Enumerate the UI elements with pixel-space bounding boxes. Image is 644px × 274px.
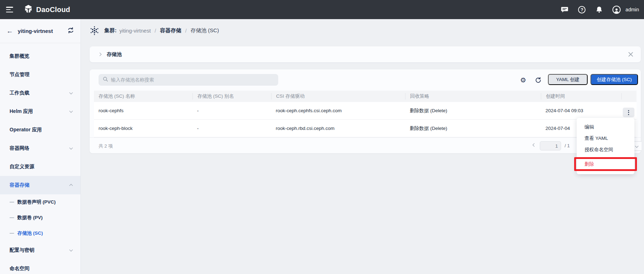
top-navbar: DaoCloud ? admin xyxy=(0,0,644,19)
menu-item-authorize-namespace[interactable]: 授权命名空间 xyxy=(577,144,634,155)
sidebar-menu: 集群概览 节点管理 工作负载 Helm 应用 Operator 应用 容器网络 … xyxy=(0,47,80,274)
help-icon[interactable]: ? xyxy=(578,5,586,14)
table-row[interactable]: rook-cephfs - rook-ceph.cephfs.csi.ceph.… xyxy=(94,102,637,120)
breadcrumb-section[interactable]: 容器存储 xyxy=(160,27,181,34)
chevron-down-icon xyxy=(69,109,73,113)
sidebar-item-node-management[interactable]: 节点管理 xyxy=(0,65,80,84)
breadcrumb-page: 存储池 (SC) xyxy=(191,27,219,34)
breadcrumb-separator: / xyxy=(184,28,188,34)
pagination-page-input[interactable] xyxy=(540,141,561,150)
row-actions-menu: 编辑 查看 YAML 授权命名空间 删除 xyxy=(577,118,634,174)
cell-driver: rook-ceph.rbd.csi.ceph.com xyxy=(271,126,405,131)
column-header-created[interactable]: 创建时间 xyxy=(541,93,621,99)
search-box[interactable] xyxy=(99,74,278,86)
sidebar-item-pvc[interactable]: 数据卷声明 (PVC) xyxy=(0,194,80,210)
chevron-down-icon xyxy=(69,248,73,252)
sidebar-item-sc[interactable]: 存储池 (SC) xyxy=(0,226,80,241)
brand[interactable]: DaoCloud xyxy=(24,4,70,15)
storage-pool-card: ⚙ YAML 创建 创建存储池 (SC) 存储池 (SC) 名称 存储池 (SC… xyxy=(90,69,641,153)
sidebar-item-pv[interactable]: 数据卷 (PV) xyxy=(0,210,80,226)
dash-icon xyxy=(10,217,14,218)
user-avatar[interactable] xyxy=(612,5,621,14)
daocloud-logo-icon xyxy=(24,4,33,15)
screen: DaoCloud ? admin ← yiting-virtnest xyxy=(0,0,644,274)
sidebar-item-config-secrets[interactable]: 配置与密钥 xyxy=(0,241,80,259)
total-count: 共 2 项 xyxy=(99,143,113,149)
cell-created: 2024-07-04 09:03 xyxy=(541,108,621,113)
chevron-up-icon xyxy=(69,184,73,188)
sidebar-item-workloads[interactable]: 工作负载 xyxy=(0,84,80,102)
table-header: 存储池 (SC) 名称 存储池 (SC) 别名 CSI 存储驱动 回收策略 创建… xyxy=(94,91,637,102)
breadcrumb-separator: / xyxy=(153,28,157,34)
chevron-down-icon xyxy=(69,146,73,150)
messages-icon[interactable] xyxy=(560,5,569,14)
cell-alias: - xyxy=(192,108,271,113)
column-header-driver[interactable]: CSI 存储驱动 xyxy=(271,93,405,99)
navbar-actions: ? admin xyxy=(560,5,644,14)
search-icon xyxy=(103,76,108,83)
sidebar-header: ← yiting-virtnest xyxy=(0,19,80,43)
table-row[interactable]: rook-ceph-block - rook-ceph.rbd.csi.ceph… xyxy=(94,120,637,137)
menu-item-view-yaml[interactable]: 查看 YAML xyxy=(577,133,634,144)
breadcrumb: 集群: yiting-virtnest / 容器存储 / 存储池 (SC) xyxy=(90,23,219,38)
column-header-actions xyxy=(621,93,637,99)
refresh-icon[interactable] xyxy=(534,76,542,84)
pagination-total-pages: / 1 xyxy=(565,143,570,148)
brand-name: DaoCloud xyxy=(36,6,70,14)
username[interactable]: admin xyxy=(626,7,639,12)
search-input[interactable] xyxy=(111,77,267,82)
cell-driver: rook-ceph.cephfs.csi.ceph.com xyxy=(271,108,405,113)
cell-policy: 删除数据 (Delete) xyxy=(405,108,541,114)
sidebar-cluster-name: yiting-virtnest xyxy=(18,28,67,34)
cell-alias: - xyxy=(192,126,271,131)
pagination-prev-icon[interactable] xyxy=(533,143,536,147)
cell-name[interactable]: rook-cephfs xyxy=(94,108,192,113)
switch-cluster-icon[interactable] xyxy=(67,27,74,35)
info-bar-title: 存储池 xyxy=(107,51,122,58)
chevron-right-icon[interactable] xyxy=(98,53,102,56)
sidebar-item-helm-apps[interactable]: Helm 应用 xyxy=(0,102,80,121)
sidebar-item-container-storage[interactable]: 容器存储 xyxy=(0,176,80,194)
sidebar-item-operator-apps[interactable]: Operator 应用 xyxy=(0,121,80,139)
menu-item-delete[interactable]: 删除 xyxy=(577,159,634,170)
column-header-alias[interactable]: 存储池 (SC) 别名 xyxy=(192,93,271,99)
cluster-dots-icon xyxy=(90,26,99,35)
create-storage-pool-button[interactable]: 创建存储池 (SC) xyxy=(590,74,638,85)
column-header-policy[interactable]: 回收策略 xyxy=(405,93,541,99)
settings-gear-icon[interactable]: ⚙ xyxy=(520,76,527,84)
sidebar-item-container-network[interactable]: 容器网络 xyxy=(0,139,80,158)
menu-item-edit[interactable]: 编辑 xyxy=(577,121,634,133)
row-actions-kebab-icon[interactable] xyxy=(623,108,634,117)
notifications-bell-icon[interactable] xyxy=(595,5,604,14)
yaml-create-button[interactable]: YAML 创建 xyxy=(548,74,588,85)
chevron-down-icon xyxy=(69,91,73,95)
dash-icon xyxy=(10,202,14,203)
cell-policy: 删除数据 (Delete) xyxy=(405,125,541,132)
close-icon[interactable] xyxy=(628,52,633,57)
chevron-down-icon xyxy=(635,144,639,148)
breadcrumb-cluster-label: 集群: xyxy=(104,27,117,34)
table-footer: 共 2 项 / 1 xyxy=(90,137,641,153)
sidebar-item-cluster-overview[interactable]: 集群概览 xyxy=(0,47,80,65)
column-header-name[interactable]: 存储池 (SC) 名称 xyxy=(94,93,192,99)
breadcrumb-cluster-name[interactable]: yiting-virtnest xyxy=(119,28,151,34)
back-arrow-icon[interactable]: ← xyxy=(6,27,13,35)
menu-toggle-icon[interactable] xyxy=(6,7,14,12)
sidebar-item-custom-resources[interactable]: 自定义资源 xyxy=(0,158,80,176)
sidebar: ← yiting-virtnest 集群概览 节点管理 工作负载 Helm 应用… xyxy=(0,19,81,274)
cell-name[interactable]: rook-ceph-block xyxy=(94,126,192,131)
sidebar-item-namespaces[interactable]: 命名空间 xyxy=(0,259,80,274)
storage-pool-info-bar[interactable]: 存储池 xyxy=(90,46,641,62)
dash-icon xyxy=(10,233,14,234)
